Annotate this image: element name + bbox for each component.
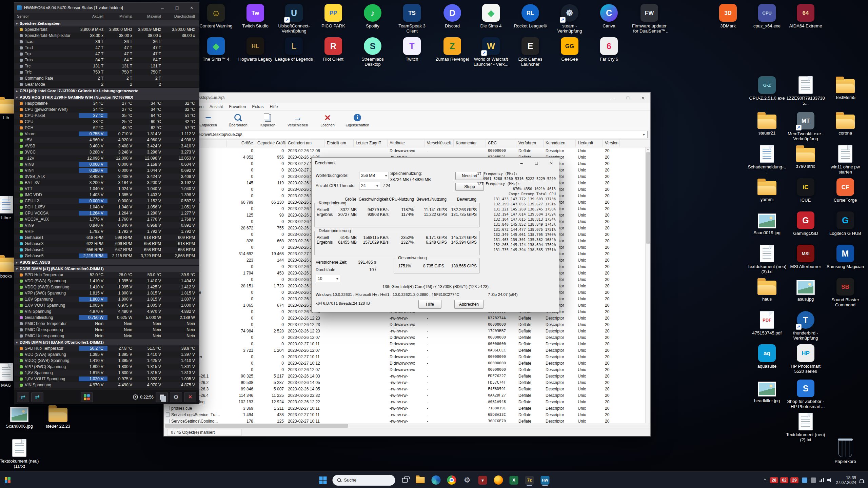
- file-row[interactable]: cueservice002023-02-26 12:06D drwxrwxrwx…: [164, 147, 650, 154]
- benchmark-titlebar[interactable]: Benchmark – □ ×: [312, 158, 559, 168]
- sensor-group-header[interactable]: ▸ASUS EC: ASUS: [14, 259, 199, 265]
- desktop-icon[interactable]: HPHP Photosmart 5520 series: [786, 344, 825, 374]
- close-button[interactable]: ×: [544, 158, 559, 168]
- sensor-row[interactable]: VDD (SWA) Spannung1.395 V1.395 V1.410 V1…: [14, 351, 199, 358]
- sensor-row[interactable]: VPP (SWC) Spannung1.800 V1.800 V1.815 V1…: [14, 364, 199, 370]
- desktop-icon[interactable]: W↗World of Warcraft Launcher - Verk...: [471, 37, 511, 67]
- file-row[interactable]: cuelog.2023-02-26.190 3255 2172023-02-26…: [164, 373, 650, 379]
- desktop-icon[interactable]: corona: [826, 112, 865, 136]
- sensor-row[interactable]: Vcore0.755 V0.710 V1.314 V1.112 V: [14, 131, 199, 137]
- desktop-icon[interactable]: GLogitech G HUB: [826, 211, 865, 236]
- sensor-row[interactable]: Trcd47 T47 T47 T: [14, 45, 199, 51]
- sensor-row[interactable]: 3VCC3.280 V3.248 V3.296 V3.273 V: [14, 149, 199, 155]
- desktop-icon[interactable]: RLRocket League®: [511, 4, 550, 28]
- file-row[interactable]: cuelog.2023-02-26.290 5385 2872023-02-26…: [164, 379, 650, 386]
- desktop-icon[interactable]: T↗thunderbird - Verknüpfung: [786, 311, 825, 341]
- sensor-row[interactable]: PCH 1.05V1.048 V1.048 V1.056 V1.051 V: [14, 204, 199, 210]
- desktop-icon[interactable]: Papierkorb: [826, 439, 865, 464]
- desktop-icon[interactable]: 1ZZE90R791337385...: [786, 76, 825, 106]
- file-row[interactable]: LocalHostServer002023-02-27 10:11D drwxr…: [164, 353, 650, 360]
- desktop-icon[interactable]: SBSound Blaster Command: [826, 278, 865, 307]
- desktop-icon[interactable]: 64AIDA64 Extreme: [786, 4, 825, 28]
- sensor-row[interactable]: AVSB3.408 V3.408 V3.424 V3.410 V: [14, 143, 199, 149]
- desktop-icon[interactable]: ☺Content Warning: [196, 4, 236, 28]
- desktop-icon[interactable]: CCanva: [589, 4, 629, 28]
- tray-app-icon-2[interactable]: [811, 477, 816, 483]
- desktop-icon[interactable]: EEpic Games Launcher: [511, 37, 550, 67]
- file-row[interactable]: cuelog.2023-02-26.389 8465 0072023-02-26…: [164, 386, 650, 392]
- vertical-scrollbar[interactable]: ▴: [645, 147, 650, 423]
- desktop-icon[interactable]: aqaquasuite: [747, 344, 787, 369]
- toolbar-button[interactable]: Löschen: [316, 113, 339, 127]
- sensor-row[interactable]: VHIF1.792 V1.792 V1.792 V1.792 V: [14, 228, 199, 235]
- sensor-row[interactable]: Gear Mode222: [14, 81, 199, 87]
- sensor-row[interactable]: Speichertakt-Multiplikator38.00 x38.00 x…: [14, 33, 199, 39]
- file-row[interactable]: uninstall.log3 7211 2042023-02-26 12:07-…: [164, 347, 650, 353]
- temp-badge[interactable]: 28: [770, 477, 778, 483]
- desktop-icon[interactable]: TestMem5: [826, 76, 865, 100]
- file-row[interactable]: updates002023-02-27 10:11D drwxrwxrwx-00…: [164, 341, 650, 347]
- scrollbar-thumb[interactable]: [646, 152, 650, 244]
- column-header[interactable]: Letzter Zugriff: [354, 140, 388, 147]
- sensor-row[interactable]: Command Rate2 T2 T2 T: [14, 75, 199, 81]
- sensor-row[interactable]: VCC3V_AUX1.776 V1.760 V1.776 V1.768 V: [14, 216, 199, 222]
- maximize-button[interactable]: □: [171, 4, 183, 12]
- excel-icon[interactable]: X: [508, 474, 520, 486]
- firefox-icon[interactable]: [492, 474, 505, 486]
- volume-icon[interactable]: [827, 478, 832, 483]
- toolbar-button[interactable]: Überprüfen: [226, 113, 250, 127]
- menu-item-favoriten[interactable]: Favoriten: [226, 103, 249, 110]
- desktop-icon[interactable]: LLeague of Legends: [274, 37, 314, 62]
- file-row[interactable]: cuelog.2023-02-26.4114 34611 2252023-02-…: [164, 392, 650, 399]
- column-header[interactable]: Verfahren: [516, 140, 544, 147]
- desktop-icon[interactable]: 3D3DMark: [708, 4, 748, 28]
- desktop-icon[interactable]: ZZumas Revenge!: [433, 37, 472, 62]
- sensor-group-header[interactable]: ▾ASUS ROG STRIX Z790-F GAMING WIFI (Nuvo…: [14, 94, 199, 100]
- desktop-icon[interactable]: TwTwitch Studio: [236, 4, 275, 28]
- column-header[interactable]: Gepackte Größe: [255, 140, 286, 147]
- desktop-icon[interactable]: MSIMSI Afterburner: [786, 245, 825, 269]
- temp-badge[interactable]: 62: [780, 477, 788, 483]
- search-box[interactable]: Suche: [333, 475, 395, 486]
- desktop-icon[interactable]: 6Far Cry 6: [589, 37, 629, 62]
- sensor-row[interactable]: VIN Spannung4.970 V4.490 V4.970 V4.875 V: [14, 382, 199, 388]
- start-button[interactable]: [317, 474, 329, 486]
- cancel-button[interactable]: Abbrechen: [454, 300, 484, 309]
- sensor-row[interactable]: VTT1.040 V1.024 V1.040 V1.040 V: [14, 186, 199, 192]
- sensor-row[interactable]: VDD (SWA) Spannung1.410 V1.395 V1.410 V1…: [14, 278, 199, 284]
- column-header[interactable]: Herkunft: [576, 140, 603, 147]
- network-icon[interactable]: [820, 478, 824, 482]
- menu-item-ansicht[interactable]: Ansicht: [206, 103, 226, 110]
- sensor-group-header[interactable]: ▾DDR5 DIMM [#1] (BANK 0/Controller0-DIMM…: [14, 265, 199, 272]
- sensor-group-header[interactable]: ▾DDR5 DIMM [#3] (BANK 0/Controller1-DIMM…: [14, 339, 199, 345]
- column-header[interactable]: Geändert am: [286, 140, 325, 147]
- column-header[interactable]: CRC: [486, 140, 516, 147]
- sensor-row[interactable]: PCH62 °C48 °C62 °C57 °C: [14, 125, 199, 131]
- sensor-row[interactable]: Trfc750 T750 T750 T: [14, 69, 199, 75]
- desktop-icon[interactable]: CPUcpuz_x64.exe: [747, 4, 787, 28]
- temp-badge[interactable]: 29: [790, 477, 798, 483]
- desktop-icon[interactable]: haus: [747, 278, 787, 302]
- menu-item-hilfe[interactable]: Hilfe: [267, 103, 281, 110]
- sensor-row[interactable]: Gehäuse3622 RPM609 RPM658 RPM618 RPM: [14, 241, 199, 247]
- sensor-row[interactable]: +12V12.096 V12.000 V12.096 V12.053 V: [14, 155, 199, 161]
- desktop-icon[interactable]: PDF475153745.pdf: [747, 311, 787, 336]
- help-button[interactable]: Hilfe: [418, 300, 441, 309]
- sensor-row[interactable]: Tcas36 T36 T36 T: [14, 39, 199, 45]
- sensor-row[interactable]: +5V4.960 V4.920 V4.960 V4.938 V: [14, 137, 199, 143]
- desktop-icon[interactable]: headkiller.jpg: [747, 380, 787, 403]
- hwinfo-titlebar[interactable]: HWiNFO64 v8.04-5470 Sensor Status [1 val…: [14, 3, 199, 13]
- desktop-icon[interactable]: MT↗MemTweakIt.exe - Verknüpfung: [786, 112, 825, 141]
- scroll-up-icon[interactable]: ▴: [647, 147, 649, 151]
- sensor-row[interactable]: VDDQ (SWB) Spannung1.410 V1.395 V1.425 V…: [14, 358, 199, 364]
- file-row[interactable]: ServiceLogs\Service_Tra...1 4944382023-0…: [164, 411, 650, 418]
- sensor-row[interactable]: CPU (gewichteter Wert)34 °C27 °C34 °C32 …: [14, 106, 199, 113]
- desktop-icon[interactable]: Textdokument (neu) (3).txt: [747, 245, 787, 274]
- desktop-icon[interactable]: FWFirmware updater for DualSense™ wirele…: [630, 4, 669, 34]
- desktop-icon[interactable]: Textdokument (neu) (2).txt: [786, 413, 825, 442]
- dictionary-size-select[interactable]: 256 MB▾: [359, 172, 389, 179]
- hwinfo64-icon[interactable]: HW: [539, 474, 551, 486]
- chrome-icon[interactable]: [446, 474, 458, 486]
- sensor-row[interactable]: VIN40.280 V0.000 V1.044 V0.692 V: [14, 167, 199, 174]
- column-maximal[interactable]: Maximal: [136, 14, 165, 18]
